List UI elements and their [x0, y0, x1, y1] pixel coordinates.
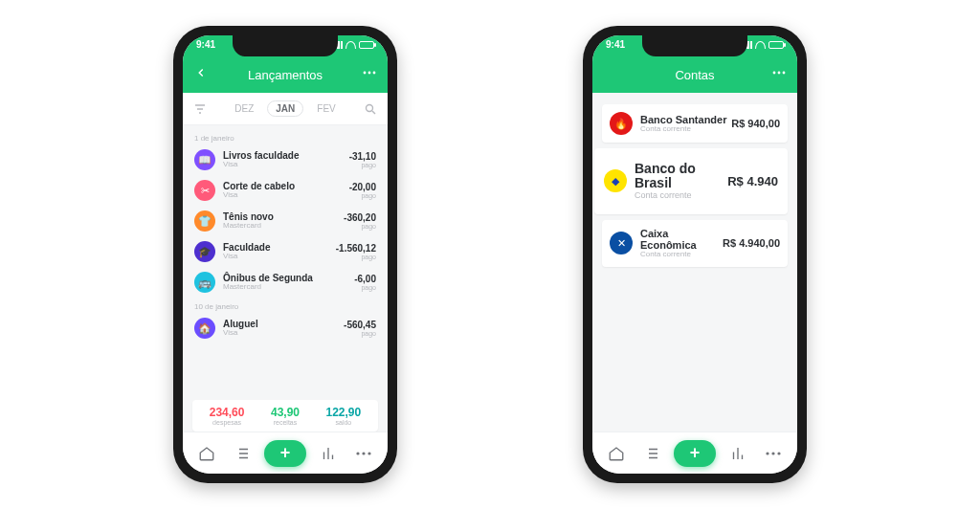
- home-icon: 🏠: [194, 318, 215, 339]
- account-card[interactable]: ✕ Caixa EconômicaConta corrente R$ 4.940…: [602, 220, 788, 267]
- status-time: 9:41: [606, 39, 625, 50]
- transaction-row[interactable]: 🏠 AluguelVisa -560,45pago: [192, 313, 378, 343]
- more-button[interactable]: [770, 64, 788, 81]
- book-icon: 📖: [194, 149, 215, 170]
- month-prev[interactable]: DEZ: [234, 103, 254, 114]
- phone-notch: [642, 35, 747, 56]
- transaction-row[interactable]: 📖 Livros faculdadeVisa -31,10pago: [192, 144, 378, 175]
- home-tab[interactable]: [602, 439, 631, 468]
- list-tab[interactable]: [637, 439, 666, 468]
- header-title: Contas: [675, 68, 714, 82]
- svg-point-7: [773, 72, 776, 75]
- tab-bar: +: [592, 432, 797, 474]
- svg-point-9: [783, 72, 786, 75]
- add-button[interactable]: +: [674, 440, 716, 467]
- transaction-row[interactable]: 👕 Tênis novoMastercard -360,20pago: [192, 206, 378, 236]
- month-selector: DEZ JAN FEV: [183, 93, 388, 125]
- search-button[interactable]: [357, 93, 384, 124]
- bank-icon: 🔥: [610, 112, 633, 135]
- section-header: 1 de janeiro: [194, 134, 376, 143]
- svg-point-6: [368, 452, 371, 454]
- transaction-row[interactable]: 🚌 Ônibus de SegundaMastercard -6,00pago: [192, 267, 378, 298]
- home-tab[interactable]: [192, 439, 221, 468]
- svg-point-12: [778, 452, 781, 454]
- summary-income-value: 43,90: [271, 406, 300, 419]
- section-header: 10 de janeiro: [194, 302, 376, 311]
- status-time: 9:41: [196, 39, 215, 50]
- transaction-row[interactable]: 🎓 FaculdadeVisa -1.560,12pago: [192, 236, 378, 267]
- svg-point-4: [357, 452, 360, 454]
- summary-card: 234,60despesas 43,90receitas 122,90saldo: [192, 400, 378, 432]
- month-current[interactable]: JAN: [267, 100, 303, 117]
- transaction-row[interactable]: ✂ Corte de cabeloVisa -20,00pago: [192, 175, 378, 206]
- battery-icon: [768, 41, 784, 49]
- phone-accounts: 9:41 Contas 🔥 Banco SantanderConta corre…: [583, 26, 807, 483]
- more-tab[interactable]: [349, 439, 378, 468]
- more-tab[interactable]: [759, 439, 788, 468]
- bus-icon: 🚌: [194, 272, 215, 293]
- bank-icon: ✕: [610, 232, 633, 254]
- svg-point-1: [368, 72, 371, 75]
- list-tab[interactable]: [228, 439, 256, 468]
- svg-point-3: [367, 104, 373, 111]
- scissors-icon: ✂: [194, 180, 215, 201]
- cap-icon: 🎓: [194, 241, 215, 262]
- svg-point-0: [364, 72, 367, 75]
- summary-expense-value: 234,60: [210, 406, 245, 419]
- reports-tab[interactable]: [314, 439, 343, 468]
- summary-balance-value: 122,90: [326, 406, 362, 419]
- svg-point-2: [373, 72, 376, 75]
- more-button[interactable]: [361, 64, 378, 81]
- shirt-icon: 👕: [194, 210, 215, 232]
- phone-notch: [233, 35, 338, 56]
- svg-point-11: [772, 452, 775, 454]
- bank-icon: ◆: [604, 169, 627, 192]
- back-button[interactable]: [192, 64, 210, 81]
- wifi-icon: [345, 41, 356, 49]
- reports-tab[interactable]: [724, 439, 752, 468]
- phone-transactions: 9:41 Lançamentos: [173, 26, 397, 483]
- add-button[interactable]: +: [264, 440, 306, 467]
- account-card-expanded[interactable]: ◆ Banco do BrasilConta corrente R$ 4.940: [594, 148, 788, 214]
- svg-point-5: [363, 452, 366, 454]
- svg-point-10: [767, 452, 769, 454]
- header-title: Lançamentos: [248, 68, 323, 82]
- filter-button[interactable]: [187, 93, 213, 124]
- account-card[interactable]: 🔥 Banco SantanderConta corrente R$ 940,0…: [602, 104, 788, 143]
- tab-bar: +: [183, 432, 388, 474]
- battery-icon: [359, 41, 374, 49]
- svg-point-8: [778, 72, 781, 75]
- accounts-list[interactable]: 🔥 Banco SantanderConta corrente R$ 940,0…: [592, 93, 797, 403]
- transaction-list[interactable]: 1 de janeiro 📖 Livros faculdadeVisa -31,…: [183, 125, 388, 403]
- month-next[interactable]: FEV: [317, 103, 335, 114]
- wifi-icon: [755, 41, 766, 49]
